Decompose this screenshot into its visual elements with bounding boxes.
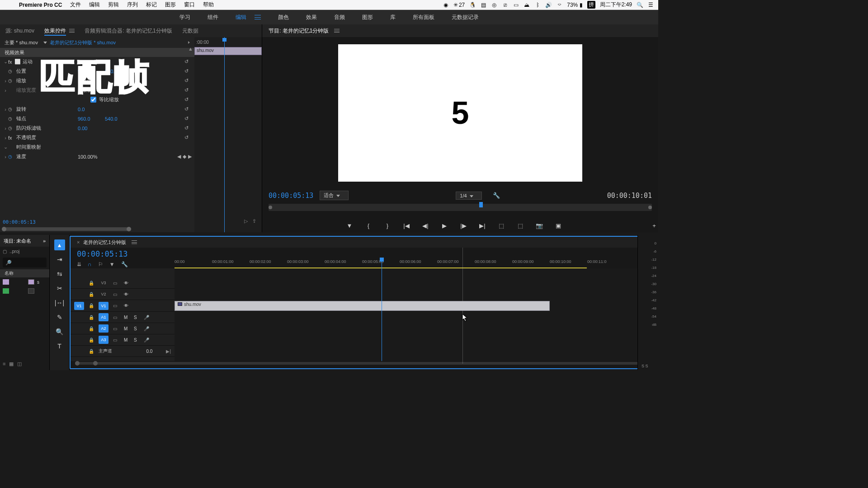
ec-uniform-row[interactable]: 等比缩放 ↺ <box>0 95 194 104</box>
freeform-view-icon[interactable]: ◫ <box>17 361 22 370</box>
ws-libraries[interactable]: 库 <box>390 14 396 21</box>
anchor-x[interactable]: 960.0 <box>78 116 105 122</box>
volume-icon[interactable]: 🔊 <box>545 2 552 8</box>
ec-remap-row[interactable]: ⌄ 时间重映射 <box>0 142 194 152</box>
lock-icon[interactable]: 🔒 <box>89 315 94 320</box>
stopwatch-icon[interactable]: ◷ <box>8 126 14 131</box>
monitor-icon[interactable]: ▭ <box>513 2 519 8</box>
speed-value[interactable]: 100.00% <box>78 154 97 160</box>
lock-icon[interactable]: 🔒 <box>89 292 94 297</box>
program-monitor[interactable]: 5 <box>262 37 658 189</box>
lift-button[interactable]: ⬚ <box>497 222 505 229</box>
flicker-value[interactable]: 0.00 <box>78 126 105 131</box>
timeline-playhead[interactable] <box>382 258 382 361</box>
settings-icon[interactable]: 🔧 <box>121 261 128 267</box>
track-v1[interactable]: V1🔒V1▭👁 <box>71 300 175 312</box>
eye-icon[interactable]: 👁 <box>124 303 130 308</box>
ec-mini-clip[interactable]: shu.mov <box>194 47 262 55</box>
stopwatch-icon[interactable]: ◷ <box>8 69 14 74</box>
voiceover-icon[interactable]: 🎤 <box>144 315 149 320</box>
column-name[interactable]: 名称 <box>0 269 49 277</box>
panel-menu-icon[interactable] <box>334 29 340 33</box>
track-a2[interactable]: 🔒A2▭MS🎤 <box>71 323 175 334</box>
menu-graphics[interactable]: 图形 <box>165 1 176 9</box>
timeline-ruler[interactable]: 00:00 00:00:01:00 00:00:02:00 00:00:03:0… <box>175 258 649 268</box>
go-to-out-button[interactable]: ▶| <box>478 222 486 229</box>
voiceover-icon[interactable]: 🎤 <box>144 338 149 343</box>
uniform-scale-checkbox[interactable] <box>90 97 96 103</box>
menu-clip[interactable]: 剪辑 <box>108 1 119 9</box>
ec-sequence[interactable]: 老井的记忆1分钟版 * shu.mov <box>50 39 116 46</box>
export-icon[interactable]: ⇪ <box>252 218 256 224</box>
tab-source[interactable]: 源: shu.mov <box>5 27 34 35</box>
track-select-tool[interactable]: ⇥ <box>54 254 65 265</box>
stopwatch-icon[interactable]: ◷ <box>8 107 14 112</box>
rotation-value[interactable]: 0.0 <box>78 107 105 112</box>
timeline-clip[interactable]: shu.mov <box>175 301 550 311</box>
sync-lock-icon[interactable]: ▭ <box>113 303 119 308</box>
bin-item[interactable] <box>0 286 49 296</box>
menu-marker[interactable]: 标记 <box>146 1 157 9</box>
resolution-dropdown[interactable]: 1/4 <box>456 192 481 200</box>
program-timecode[interactable]: 00:00:05:13 <box>269 192 313 200</box>
tab-metadata[interactable]: 元数据 <box>182 27 198 35</box>
lock-icon[interactable]: 🔒 <box>89 326 94 331</box>
loop-icon[interactable]: ▷ <box>244 218 248 224</box>
menu-sequence[interactable]: 序列 <box>127 1 138 9</box>
reset-icon[interactable]: ↺ <box>184 106 192 112</box>
clock[interactable]: 周二下午2:49 <box>600 1 632 9</box>
pos-y[interactable]: 540.0 <box>105 69 132 74</box>
solo-indicators[interactable]: S S <box>642 364 648 368</box>
ws-graphics[interactable]: 图形 <box>362 14 373 21</box>
mute-button[interactable]: M <box>124 326 129 331</box>
hand-tool[interactable]: 🔍 <box>54 326 65 337</box>
insert-mode-icon[interactable]: ⇊ <box>77 261 81 267</box>
step-back-button[interactable]: ◀| <box>421 222 429 229</box>
qq-icon[interactable]: 🐧 <box>469 2 476 8</box>
next-keyframe-icon[interactable]: ▶ <box>188 154 192 160</box>
track-a3[interactable]: 🔒A3▭MS🎤 <box>71 334 175 346</box>
scale-value[interactable]: 100.0 <box>78 78 90 84</box>
tab-program[interactable]: 节目: 老井的记忆1分钟版 <box>269 27 329 35</box>
reset-icon[interactable]: ↺ <box>184 135 192 141</box>
tab-effect-controls[interactable]: 效果控件 <box>44 27 75 35</box>
ec-opacity-row[interactable]: ›fx 不透明度 ↺ <box>0 133 194 142</box>
sync-lock-icon[interactable]: ▭ <box>113 326 119 331</box>
razor-tool[interactable]: ✂ <box>54 283 65 294</box>
extract-button[interactable]: ⬚ <box>516 222 524 229</box>
eye-icon[interactable]: 👁 <box>124 292 130 297</box>
mountain-icon[interactable]: ⛰ <box>524 2 530 8</box>
scroll-up-icon[interactable]: ▲ <box>188 46 193 52</box>
ec-timecode[interactable]: 00:00:05:13 <box>3 219 36 225</box>
tab-audio-mixer[interactable]: 音频剪辑混合器: 老井的记忆1分钟版 <box>85 27 172 35</box>
type-tool[interactable]: T <box>54 341 65 352</box>
icon-view-icon[interactable]: ▦ <box>9 361 14 370</box>
menu-window[interactable]: 窗口 <box>184 1 195 9</box>
comparison-button[interactable]: ▣ <box>554 222 562 229</box>
reset-icon[interactable]: ↺ <box>184 59 192 65</box>
scrubber-playhead[interactable] <box>479 202 483 207</box>
search-input[interactable]: 🔎 <box>3 258 47 267</box>
battery-status[interactable]: 73% ▮ <box>567 2 582 8</box>
list-view-icon[interactable]: ≡ <box>3 361 5 370</box>
solo-button[interactable]: S <box>134 338 139 343</box>
export-frame-button[interactable]: 📷 <box>535 222 543 229</box>
lock-icon[interactable]: 🔒 <box>89 349 94 354</box>
ws-editing[interactable]: 编辑 <box>236 14 261 21</box>
wechat-status[interactable]: ✳27 <box>453 2 465 8</box>
mark-out-button[interactable]: } <box>383 222 392 229</box>
bin-item[interactable]: s <box>0 277 49 286</box>
stopwatch-icon[interactable]: ◷ <box>8 116 14 121</box>
reset-icon[interactable]: ↺ <box>184 68 192 74</box>
ws-audio[interactable]: 音频 <box>334 14 345 21</box>
voiceover-icon[interactable]: 🎤 <box>144 326 149 331</box>
pen-tool[interactable]: ✎ <box>54 312 65 323</box>
solo-button[interactable]: S <box>134 315 139 320</box>
ws-allpanels[interactable]: 所有面板 <box>413 14 434 21</box>
ws-metadata[interactable]: 元数据记录 <box>452 14 479 21</box>
ws-effects[interactable]: 效果 <box>306 14 317 21</box>
goto-next-icon[interactable]: ▶| <box>166 349 171 354</box>
ime-indicator[interactable]: 拼 <box>587 1 595 9</box>
ws-color[interactable]: 颜色 <box>278 14 289 21</box>
ws-assembly[interactable]: 组件 <box>208 14 218 21</box>
